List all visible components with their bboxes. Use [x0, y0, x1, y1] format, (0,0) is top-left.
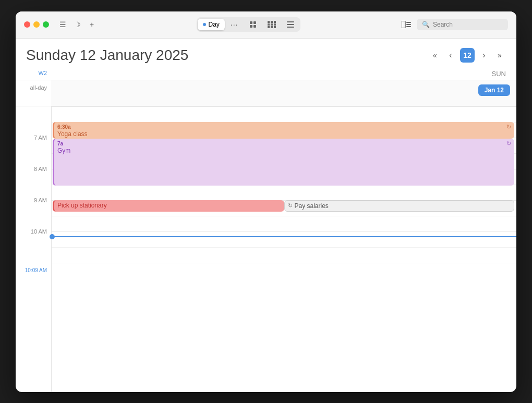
svg-rect-12: [274, 26, 276, 28]
pay-title: Pay salaries: [295, 202, 329, 210]
time-label-6am: [16, 106, 51, 138]
gym-title: Gym: [57, 147, 511, 154]
traffic-lights: [24, 21, 49, 28]
titlebar: ☰ ☽ + Day ···: [16, 11, 516, 39]
allday-area: Jan 12: [51, 80, 516, 106]
tab-day-label: Day: [208, 21, 219, 28]
hour-line-10: [52, 231, 516, 232]
week-grid-icon: [249, 21, 257, 28]
time-labels: 7 AM 8 AM 9 AM 10 AM: [16, 106, 51, 392]
time-label-9am: 9 AM: [16, 200, 51, 231]
date-label: Sunday 12 January: [26, 47, 152, 63]
svg-rect-18: [406, 24, 411, 25]
pay-repeat-icon: ↻: [288, 202, 293, 209]
calendar-content: Sunday 12 January 2025 « ‹ 12 › » W2 SUN…: [16, 39, 516, 392]
time-grid: 7 AM 8 AM 9 AM 10 AM: [16, 106, 516, 392]
pickup-title: Pick up stationary: [57, 202, 281, 209]
month-grid-icon: [268, 21, 276, 28]
tab-week[interactable]: [244, 19, 262, 30]
day-column[interactable]: 6:30a ↻ Yoga class 7a ↻ Gym: [51, 106, 516, 392]
svg-rect-9: [274, 23, 276, 26]
allday-row: all-day Jan 12: [16, 80, 516, 106]
calendar-grid[interactable]: 7 AM 8 AM 9 AM 10 AM: [16, 106, 516, 392]
maximize-button[interactable]: [43, 21, 49, 28]
next-button[interactable]: ›: [478, 49, 490, 62]
svg-rect-0: [250, 21, 252, 24]
prev-prev-button[interactable]: «: [429, 49, 441, 62]
calendar-header: Sunday 12 January 2025 « ‹ 12 › »: [16, 39, 516, 68]
view-tabs: Day ···: [197, 17, 300, 32]
nav-controls: « ‹ 12 › »: [429, 48, 506, 63]
year-label: 2025: [156, 47, 188, 63]
list-icon: [287, 21, 294, 28]
sidebar-toggle-icon: [402, 21, 411, 28]
current-day-badge[interactable]: 12: [460, 48, 475, 63]
svg-rect-13: [287, 21, 294, 22]
svg-rect-8: [271, 23, 273, 26]
svg-rect-15: [287, 27, 294, 28]
current-time-dot: [50, 234, 55, 239]
prev-button[interactable]: ‹: [444, 49, 457, 62]
svg-rect-1: [253, 21, 256, 24]
allday-badge[interactable]: Jan 12: [478, 84, 510, 96]
current-time-label: 10:09 AM: [25, 267, 47, 273]
week-row: W2 SUN: [16, 68, 516, 80]
day-icon: [203, 23, 206, 26]
next-next-button[interactable]: »: [493, 49, 506, 62]
close-button[interactable]: [24, 21, 30, 28]
view-switcher: Day ···: [101, 17, 396, 32]
hour-line-11: [52, 263, 516, 263]
week-label: W2: [16, 68, 51, 80]
time-label-7am: 7 AM: [16, 138, 51, 169]
search-icon: 🔍: [422, 21, 430, 28]
search-input[interactable]: [433, 21, 503, 28]
event-pay[interactable]: ↻ Pay salaries: [284, 200, 515, 212]
svg-rect-17: [406, 22, 411, 23]
tab-day[interactable]: Day: [198, 19, 224, 30]
half-line-1030: [52, 247, 516, 248]
calendar-window: ☰ ☽ + Day ···: [16, 11, 516, 392]
tab-month[interactable]: [262, 19, 281, 30]
half-line-930: [52, 216, 516, 216]
event-pickup[interactable]: Pick up stationary: [53, 200, 284, 212]
gym-repeat-icon: ↻: [506, 140, 511, 147]
moon-icon[interactable]: ☽: [72, 19, 82, 30]
svg-rect-16: [402, 21, 405, 28]
search-bar[interactable]: 🔍: [417, 19, 508, 30]
time-label-8am: 8 AM: [16, 169, 51, 200]
yoga-time: 6:30a: [57, 124, 71, 130]
sidebar-icon[interactable]: ☰: [57, 19, 68, 30]
time-label-7am-text: 7 AM: [34, 135, 47, 141]
event-yoga[interactable]: 6:30a ↻ Yoga class: [53, 122, 514, 139]
svg-rect-11: [271, 26, 273, 28]
current-time-line: [52, 236, 516, 237]
yoga-title: Yoga class: [57, 130, 511, 138]
day-label: SUN: [51, 68, 516, 80]
svg-rect-4: [268, 21, 270, 23]
page-title: Sunday 12 January 2025: [26, 47, 188, 64]
hour-line-6: [52, 106, 516, 107]
svg-rect-14: [287, 24, 294, 25]
titlebar-right: 🔍: [400, 18, 508, 31]
gym-time: 7a: [57, 141, 63, 146]
svg-rect-3: [253, 25, 256, 28]
tab-dots[interactable]: ···: [225, 18, 244, 31]
svg-rect-5: [271, 21, 273, 23]
sidebar-toggle-button[interactable]: [400, 18, 413, 31]
svg-rect-7: [268, 23, 270, 26]
time-label-8am-text: 8 AM: [34, 166, 47, 172]
svg-rect-6: [274, 21, 276, 23]
allday-label: all-day: [16, 80, 51, 106]
event-gym[interactable]: 7a ↻ Gym: [53, 139, 514, 186]
svg-rect-10: [268, 26, 270, 28]
time-label-10am: 10 AM: [16, 231, 51, 263]
yoga-repeat-icon: ↻: [506, 124, 511, 130]
time-label-10am-text: 10 AM: [31, 228, 47, 235]
svg-rect-19: [406, 26, 411, 27]
svg-rect-2: [250, 25, 252, 28]
minimize-button[interactable]: [33, 21, 40, 28]
time-label-9am-text: 9 AM: [34, 197, 47, 203]
tab-list[interactable]: [282, 19, 299, 30]
plus-icon[interactable]: +: [87, 19, 97, 30]
